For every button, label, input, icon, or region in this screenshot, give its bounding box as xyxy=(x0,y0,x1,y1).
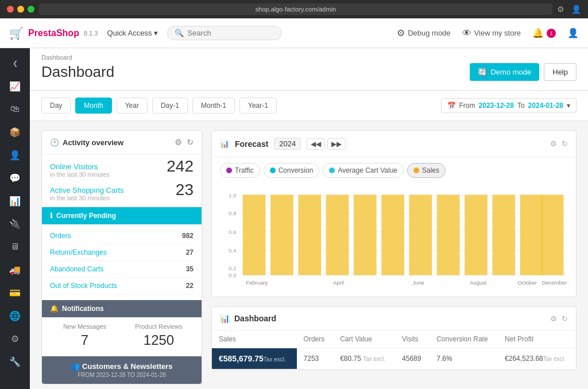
col-conversion: Conversion Rate xyxy=(430,330,498,348)
orders-link[interactable]: Orders xyxy=(50,232,71,240)
svg-rect-18 xyxy=(409,194,432,275)
currently-pending-header: ℹ Currently Pending xyxy=(42,207,202,224)
sidebar-item-dashboard[interactable]: 📈 xyxy=(3,76,26,96)
right-panel: 📊 Forecast 2024 ◀◀ ▶▶ ⚙ ↻ xyxy=(211,130,577,389)
forecast-prev-prev[interactable]: ◀◀ xyxy=(307,138,325,150)
legend-avg-cart[interactable]: Average Cart Value xyxy=(323,163,404,178)
date-from: 2023-12-28 xyxy=(479,102,514,110)
close-dot[interactable] xyxy=(7,6,14,13)
table-settings-icon[interactable]: ⚙ xyxy=(550,314,557,323)
svg-text:0.8: 0.8 xyxy=(229,210,236,216)
refresh-icon[interactable]: ↻ xyxy=(187,138,194,147)
forecast-refresh-icon[interactable]: ↻ xyxy=(562,139,568,148)
minimize-dot[interactable] xyxy=(17,6,24,13)
chevron-down-icon: ▾ xyxy=(567,102,570,110)
sidebar-item-settings[interactable]: ⚙ xyxy=(3,328,26,349)
filter-bar: Day Month Year Day-1 Month-1 Year-1 📅 Fr… xyxy=(30,91,588,121)
sidebar-item-advanced[interactable]: 🔧 xyxy=(3,351,26,372)
col-profit: Net Profit xyxy=(498,330,576,348)
debug-mode-button[interactable]: ⚙ Debug mode xyxy=(397,28,450,38)
returns-link[interactable]: Return/Exchanges xyxy=(50,248,107,256)
sidebar-item-international[interactable]: 🌐 xyxy=(3,305,26,326)
legend-conversion[interactable]: Conversion xyxy=(264,163,320,178)
filter-day-minus1[interactable]: Day-1 xyxy=(152,98,188,114)
user-icon[interactable]: 👤 xyxy=(571,5,581,14)
legend-tabs: Traffic Conversion Average Cart Value xyxy=(212,157,576,184)
customers-newsletters-banner[interactable]: 👥 Customers & Newsletters FROM 2023-12-2… xyxy=(42,356,202,384)
sidebar-item-customers[interactable]: 👤 xyxy=(3,145,26,165)
settings-icon[interactable]: ⚙ xyxy=(175,138,182,147)
filter-day[interactable]: Day xyxy=(41,98,71,114)
col-orders: Orders xyxy=(297,330,334,348)
legend-sales[interactable]: Sales xyxy=(407,163,446,178)
svg-rect-13 xyxy=(270,194,293,275)
notification-badge: 1 xyxy=(547,29,556,38)
shopping-carts-row: Active Shopping Carts 23 in the last 30 … xyxy=(50,186,194,201)
view-store-button[interactable]: 👁 View my store xyxy=(462,28,521,38)
sales-tax: Tax excl. xyxy=(264,356,286,363)
legend-traffic[interactable]: Traffic xyxy=(220,163,260,178)
col-cart-value: Cart Value xyxy=(333,330,395,348)
search-icon: 🔍 xyxy=(175,29,184,37)
online-visitors-value: 242 xyxy=(167,157,194,176)
svg-rect-19 xyxy=(437,194,460,275)
url-bar[interactable]: shop.algo-factory.com/admin xyxy=(39,3,552,15)
sidebar-item-messages[interactable]: 💬 xyxy=(3,168,26,188)
sidebar-item-catalog[interactable]: 📦 xyxy=(3,122,26,142)
sidebar-item-design[interactable]: 🖥 xyxy=(3,236,26,257)
quick-access-menu[interactable]: Quick Access ▾ xyxy=(107,29,158,37)
filter-month-minus1[interactable]: Month-1 xyxy=(192,98,235,114)
sidebar-item-modules[interactable]: 🔌 xyxy=(3,213,26,234)
cell-conversion-rate: 7.6% xyxy=(430,348,498,369)
abandoned-carts-link[interactable]: Abandoned Carts xyxy=(50,265,103,273)
sidebar-item-stats[interactable]: 📊 xyxy=(3,190,26,211)
date-to: 2024-01-28 xyxy=(528,102,563,110)
demo-mode-button[interactable]: 🔄 Demo mode xyxy=(470,63,539,81)
breadcrumb: Dashboard xyxy=(41,54,577,61)
sidebar-item-shipping[interactable]: 🚚 xyxy=(3,259,26,280)
calendar-icon: 📅 xyxy=(447,102,456,110)
svg-rect-23 xyxy=(541,194,564,275)
new-messages-value: 7 xyxy=(50,332,119,348)
dashboard-table: Sales Orders Cart Value Visits Conversio… xyxy=(212,330,576,369)
svg-text:0.6: 0.6 xyxy=(229,229,236,235)
profile-icon: 👤 xyxy=(567,28,579,38)
main-layout: ❮ 📈 🛍 📦 👤 💬 📊 🔌 🖥 🚚 💳 🌐 ⚙ 🔧 Dashboard Da… xyxy=(0,48,588,389)
svg-rect-12 xyxy=(243,194,266,275)
filter-year-minus1[interactable]: Year-1 xyxy=(239,98,277,114)
help-button[interactable]: Help xyxy=(544,63,577,81)
titlebar-icons: ⚙ 👤 xyxy=(557,5,581,14)
filter-year[interactable]: Year xyxy=(117,98,148,114)
shopping-carts-value: 23 xyxy=(176,181,194,199)
conversion-dot xyxy=(270,168,276,173)
forecast-next-next[interactable]: ▶▶ xyxy=(327,138,346,150)
date-range-picker[interactable]: 📅 From 2023-12-28 To 2024-01-28 ▾ xyxy=(441,98,577,113)
table-refresh-icon[interactable]: ↻ xyxy=(562,314,568,323)
svg-rect-17 xyxy=(381,194,404,275)
logo-text[interactable]: PrestaShop xyxy=(28,28,79,38)
profile-button[interactable]: 👤 xyxy=(567,28,579,38)
search-bar[interactable]: 🔍 xyxy=(167,26,282,40)
header-buttons: 🔄 Demo mode Help xyxy=(470,63,577,81)
notifications-button[interactable]: 🔔 1 xyxy=(532,28,556,38)
shopping-carts-label[interactable]: Active Shopping Carts xyxy=(50,186,194,194)
bell-small-icon: 🔔 xyxy=(50,305,59,313)
returns-value: 27 xyxy=(186,248,194,256)
forecast-settings-icon[interactable]: ⚙ xyxy=(550,139,557,148)
maximize-dot[interactable] xyxy=(28,6,34,13)
filter-month[interactable]: Month xyxy=(75,98,111,114)
search-input[interactable] xyxy=(187,29,256,37)
cell-net-profit: €264,523.68Tax excl. xyxy=(498,348,576,369)
sidebar-item-payment[interactable]: 💳 xyxy=(3,282,26,303)
debug-icon: ⚙ xyxy=(397,28,405,38)
cell-visits: 45689 xyxy=(395,348,430,369)
new-messages-label: New Messages xyxy=(50,323,119,330)
topnav-right: ⚙ Debug mode 👁 View my store 🔔 1 👤 xyxy=(397,28,579,38)
sidebar-collapse[interactable]: ❮ xyxy=(3,53,26,73)
svg-rect-22 xyxy=(520,194,543,275)
sidebar-item-orders[interactable]: 🛍 xyxy=(3,99,26,119)
out-of-stock-link[interactable]: Out of Stock Products xyxy=(50,282,117,290)
settings-icon[interactable]: ⚙ xyxy=(557,5,564,14)
svg-text:0.0: 0.0 xyxy=(229,272,236,278)
titlebar: shop.algo-factory.com/admin ⚙ 👤 xyxy=(0,0,588,18)
